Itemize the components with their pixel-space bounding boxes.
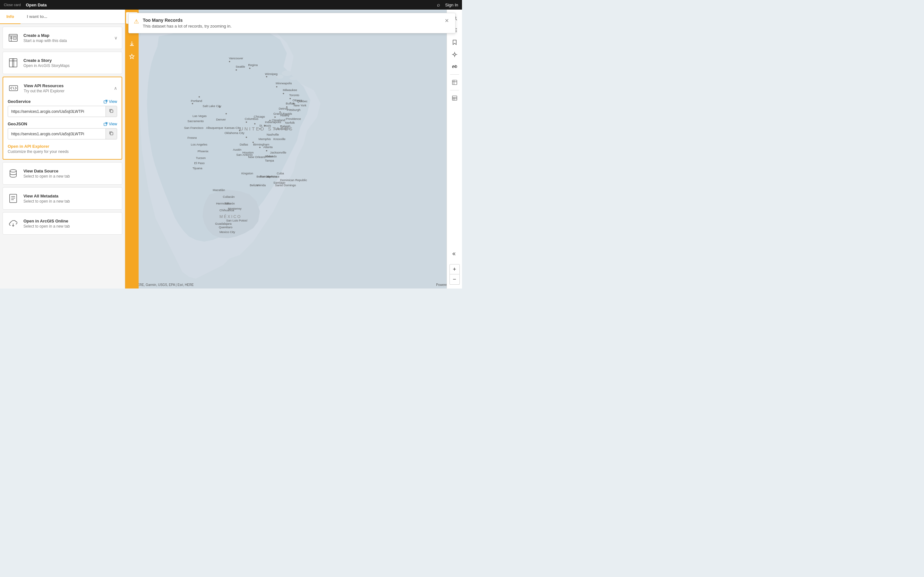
location-button[interactable]: [449, 49, 460, 60]
svg-text:Atlanta: Atlanta: [263, 145, 273, 149]
map-star-button[interactable]: [126, 51, 137, 62]
open-arcgis-text: Open in ArcGIS Online Select to open in …: [23, 219, 118, 229]
view-metadata-card: View All Metadata Select to open in a ne…: [3, 187, 122, 210]
link-button[interactable]: [449, 61, 460, 73]
tab-info[interactable]: Info: [0, 10, 21, 24]
create-story-card-item[interactable]: Create a Story Open in ArcGIS StoryMaps: [3, 52, 122, 74]
view-api-text: View API Resources Try out the API Explo…: [24, 83, 110, 93]
svg-text:Albany: Albany: [280, 113, 289, 117]
view-data-source-subtitle: Select to open in a new tab: [23, 174, 118, 179]
svg-text:Sacramento: Sacramento: [187, 119, 204, 123]
map-download-button[interactable]: [126, 38, 137, 49]
svg-text:San Francisco: San Francisco: [184, 126, 204, 129]
table-button[interactable]: [449, 92, 460, 104]
svg-text:Las Vegas: Las Vegas: [192, 114, 207, 118]
svg-point-9: [283, 93, 284, 94]
geoservice-view-link[interactable]: View: [103, 99, 117, 104]
top-search-icon[interactable]: ⌕: [437, 2, 440, 8]
svg-text:Cuba: Cuba: [277, 171, 284, 175]
zoom-out-button[interactable]: −: [449, 274, 460, 285]
svg-rect-141: [10, 194, 17, 203]
story-icon: [7, 57, 19, 69]
svg-text:Tucson: Tucson: [196, 156, 206, 160]
open-arcgis-title: Open in ArcGIS Online: [23, 219, 118, 223]
geoservice-label: GeoService: [8, 99, 31, 104]
database-icon: [7, 168, 19, 179]
svg-text:Knoxville: Knoxville: [273, 137, 286, 141]
top-bar: Close card Open Data ⌕ Sign In: [0, 0, 462, 10]
svg-text:Houston: Houston: [242, 151, 254, 154]
svg-text:Miami: Miami: [265, 155, 273, 158]
open-arcgis-card: Open in ArcGIS Online Select to open in …: [3, 212, 122, 235]
svg-text:Monterrey: Monterrey: [228, 207, 242, 210]
svg-text:Kingston: Kingston: [241, 171, 253, 175]
view-metadata-title: View All Metadata: [23, 193, 118, 198]
geoservice-url-input[interactable]: [8, 107, 105, 116]
alert-content: Too Many Records This dataset has a lot …: [143, 18, 439, 29]
panel-tabs: Info I want to...: [0, 10, 125, 24]
svg-text:Torreón: Torreón: [225, 201, 235, 205]
svg-text:Mazatlán: Mazatlán: [213, 188, 225, 192]
geojson-copy-button[interactable]: [105, 129, 117, 139]
map-icon: [7, 32, 19, 44]
geoservice-copy-button[interactable]: [105, 106, 117, 117]
svg-point-8: [276, 86, 277, 87]
alert-title: Too Many Records: [143, 18, 439, 23]
svg-text:Culiacán: Culiacán: [223, 195, 235, 198]
close-card-button[interactable]: Close card: [4, 3, 21, 7]
create-map-card-item[interactable]: Create a Map Start a map with this data: [3, 27, 122, 49]
geojson-url-input[interactable]: [8, 129, 105, 139]
geoservice-section: GeoService View: [8, 99, 117, 117]
svg-text:Norfolk: Norfolk: [285, 121, 295, 124]
collapse-button[interactable]: [449, 248, 460, 259]
svg-text:Columbus: Columbus: [245, 117, 258, 121]
svg-line-133: [13, 87, 14, 89]
svg-text:Albuquerque: Albuquerque: [206, 126, 223, 129]
sign-in-button[interactable]: Sign In: [445, 3, 458, 7]
layers-button[interactable]: [449, 77, 460, 88]
svg-text:Oklahoma City: Oklahoma City: [225, 131, 244, 135]
view-api-body: GeoService View: [3, 99, 121, 159]
svg-text:Memphis: Memphis: [258, 137, 271, 141]
map-area: Vancouver Seattle Regina Winnipeg Minnea…: [125, 10, 462, 288]
alert-message: This dataset has a lot of records, try z…: [143, 24, 439, 29]
svg-text:Seattle: Seattle: [236, 65, 245, 68]
view-api-title: View API Resources: [24, 83, 110, 88]
geojson-input-row: [8, 128, 117, 139]
view-api-chevron: [114, 85, 117, 91]
geojson-view-link[interactable]: View: [103, 122, 117, 126]
view-data-source-title: View Data Source: [23, 169, 118, 173]
svg-marker-108: [129, 54, 134, 59]
create-story-text: Create a Story Open in ArcGIS StoryMaps: [23, 58, 118, 68]
svg-point-10: [289, 98, 291, 99]
svg-text:Nashville: Nashville: [267, 133, 279, 136]
svg-text:Cleveland: Cleveland: [272, 118, 285, 122]
svg-text:Minneapolis: Minneapolis: [276, 81, 292, 85]
svg-point-14: [274, 116, 276, 118]
alert-close-button[interactable]: ✕: [443, 18, 450, 24]
svg-text:Querétaro: Querétaro: [219, 226, 233, 229]
open-arcgis-card-item[interactable]: Open in ArcGIS Online Select to open in …: [3, 213, 122, 234]
zoom-in-button[interactable]: +: [449, 264, 460, 274]
geojson-section: GeoJSON View: [8, 121, 117, 139]
view-api-card-header[interactable]: View API Resources Try out the API Explo…: [3, 77, 121, 99]
bookmark-button[interactable]: [449, 37, 460, 48]
svg-point-24: [266, 150, 267, 151]
api-explorer-link[interactable]: Open in API Explorer: [8, 144, 117, 149]
open-arcgis-subtitle: Select to open in a new tab: [23, 224, 118, 229]
svg-text:Austin: Austin: [233, 148, 241, 151]
svg-point-114: [454, 53, 456, 55]
tab-i-want-to[interactable]: I want to...: [21, 10, 54, 24]
svg-text:Tijuana: Tijuana: [192, 166, 202, 170]
api-icon: [8, 82, 19, 94]
svg-rect-119: [452, 80, 457, 85]
geojson-label: GeoJSON: [8, 121, 27, 126]
svg-text:Santiago: Santiago: [273, 181, 285, 184]
svg-rect-127: [13, 37, 16, 39]
view-metadata-card-item[interactable]: View All Metadata Select to open in a ne…: [3, 187, 122, 210]
cloud-icon: [7, 218, 19, 229]
svg-text:El Paso: El Paso: [194, 161, 205, 165]
panel-content: Create a Map Start a map with this data: [0, 24, 125, 288]
view-data-source-card-item[interactable]: View Data Source Select to open in a new…: [3, 163, 122, 184]
toolbar-separator-2: [450, 90, 459, 90]
